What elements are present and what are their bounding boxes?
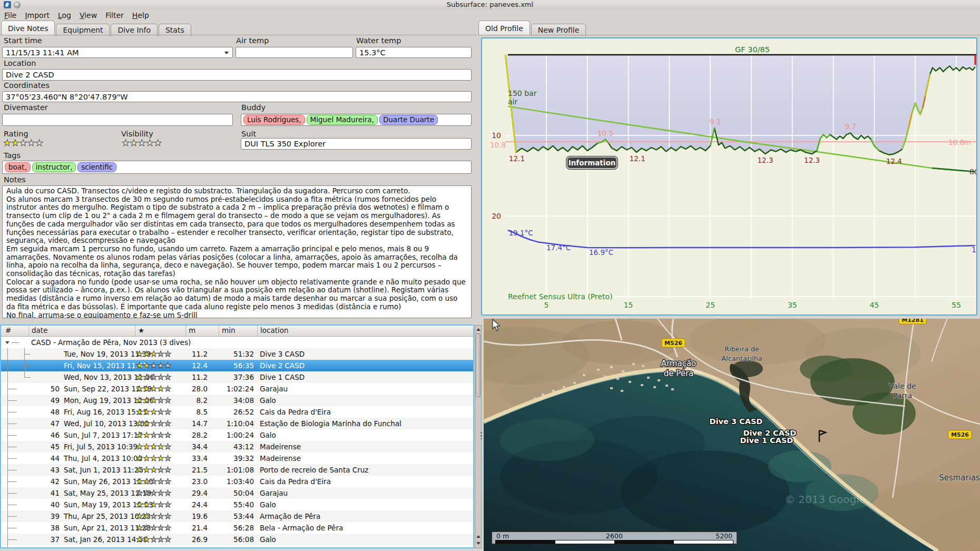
star-icon: ★ [150, 384, 157, 393]
column-header-stars[interactable]: ★ [135, 326, 185, 336]
star-icon: ★ [157, 477, 164, 486]
dive-row[interactable]: 48Fri, Aug 16, 2013 15:11★★★★★8.526:52Ca… [1, 406, 473, 418]
dive-date: Wed, Nov 13, 2013 11:06 [60, 371, 135, 383]
dive-location: Madeirense [254, 452, 473, 464]
scroll-up-icon[interactable] [476, 328, 481, 331]
dive-row[interactable]: 38Sun, Apr 21, 2013 11:28★★★★★21.456:28B… [1, 522, 473, 534]
depth-annotation: 12.1 [630, 154, 645, 163]
x-tick-label: 25 [705, 301, 715, 309]
column-header-location[interactable]: location [257, 326, 473, 336]
dive-rating: ★★★★★ [135, 487, 178, 499]
star-icon: ★ [136, 407, 143, 417]
menu-file[interactable]: File [0, 9, 21, 21]
menu-log[interactable]: Log [54, 9, 75, 21]
dive-row-selected[interactable]: Fri, Nov 15, 2013 11:41★★★★★12.456:35Div… [1, 360, 473, 371]
collapse-chevron-icon[interactable] [5, 341, 9, 344]
dive-rating: ★★★★★ [135, 452, 178, 464]
title-bar[interactable]: Subsurface: paneves.xml [0, 0, 980, 9]
dive-row[interactable]: Tue, Nov 19, 2013 11:39★★★★★11.251:32Div… [1, 348, 473, 360]
star-icon: ★ [143, 454, 150, 463]
dive-row[interactable]: 45Fri, Jul 5, 2013 10:39★★★★★34.443:12Ma… [1, 441, 473, 452]
temp-end-label: 16 [972, 245, 976, 254]
tags-label: Tags [4, 151, 21, 160]
subsurface-window: Subsurface: paneves.xml FileImportLogVie… [0, 0, 980, 551]
star-icon: ★ [157, 500, 164, 509]
tab-dive-notes[interactable]: Dive Notes [1, 21, 55, 35]
dive-date: Sun, May 19, 2013 15:53 [60, 499, 135, 510]
x-tick-label: 35 [788, 301, 797, 309]
dive-depth: 24.4 [178, 499, 208, 510]
dive-profile-chart[interactable]: 10.810.8mGF 30/85150 barair801619.1°C17.… [482, 38, 976, 314]
dive-profile-panel: 10.810.8mGF 30/85150 barair801619.1°C17.… [481, 37, 977, 316]
star-icon: ★ [136, 372, 143, 382]
dive-row[interactable]: 44Thu, Jul 4, 2013 10:08★★★★★33.439:32Ma… [1, 452, 473, 464]
scrollbar-thumb[interactable] [476, 333, 481, 397]
column-header-date[interactable]: date [28, 326, 135, 336]
suit-input[interactable]: DUI TLS 350 Explorer [241, 138, 472, 150]
star-icon: ★ [157, 396, 164, 405]
divemaster-input[interactable] [2, 114, 233, 126]
dive-duration: 56:08 [208, 534, 254, 545]
dive-row[interactable]: 40Sun, May 19, 2013 15:53★★★★★24.455:40G… [1, 499, 473, 510]
star-icon: ★ [157, 546, 164, 548]
tags-input[interactable]: boat,instructor,scientific [2, 161, 472, 174]
notes-textarea[interactable]: Aula do curso CASD. Transectos c/video e… [2, 185, 472, 318]
menu-view[interactable]: View [75, 9, 101, 21]
dive-row[interactable]: 49Mon, Aug 19, 2013 12:06★★★★★8.234:08Ga… [1, 395, 473, 406]
location-input[interactable]: Dive 2 CASD [2, 69, 472, 81]
column-header-num[interactable]: # [1, 326, 28, 336]
temperature-line [508, 230, 975, 248]
air-temp-input[interactable] [236, 47, 353, 58]
dive-row[interactable]: 47Wed, Jul 10, 2013 13:09★★★★★14.71:10:0… [1, 418, 473, 429]
dive-row[interactable]: 42Sun, May 26, 2013 15:40★★★★★23.01:03:4… [1, 476, 473, 487]
menu-filter[interactable]: Filter [101, 9, 128, 21]
road-badge-m526: M526 [664, 340, 682, 347]
dive-row[interactable]: 37Sat, Jan 26, 2013 14:58★★★★★26.956:08G… [1, 534, 473, 545]
star-icon: ★ [164, 419, 171, 428]
start-time-combo[interactable]: 11/15/13 11:41 AM [2, 47, 233, 58]
water-temp-value: 15.3°C [359, 48, 386, 57]
dive-row[interactable]: 43Sat, Jun 1, 2013 11:26★★★★★21.51:01:08… [1, 464, 473, 476]
map-scale-bar: 0 m 2600 5200 [491, 531, 738, 545]
dive-row[interactable]: 46Sun, Jul 7, 2013 17:17★★★★★28.21:00:24… [1, 429, 473, 441]
divemaster-label: Divemaster [4, 103, 48, 112]
vale-label-1: Vale de [889, 382, 916, 390]
dive-rating: ★★★★★ [135, 476, 178, 487]
coordinates-input[interactable]: 37°05'23.460"N 8°20'47.879"W [2, 91, 472, 102]
dive-row[interactable]: 41Sat, May 25, 2013 12:19★★★★★29.450:04G… [1, 487, 473, 499]
dive-date: Sat, Jan 26, 2013 14:58 [60, 534, 135, 545]
dive-location: Garajau [254, 383, 473, 395]
dive-date: Sun, Jul 7, 2013 17:17 [60, 429, 135, 441]
column-header-duration[interactable]: min [219, 326, 257, 336]
dive-row[interactable]: Wed, Nov 13, 2013 11:06★★★★★11.237:36Div… [1, 371, 473, 383]
star-icon: ★ [136, 349, 143, 359]
splitter-handle[interactable] [481, 432, 482, 439]
visibility-stars[interactable]: ★★★★★ [122, 139, 162, 147]
star-icon: ★ [136, 511, 143, 521]
water-temp-input[interactable]: 15.3°C [356, 47, 472, 58]
dive-depth: 28.2 [178, 429, 208, 441]
stream-label-1: Ribeira de [724, 345, 759, 353]
buddy-chip: Luís Rodrigues, [243, 115, 305, 125]
scroll-up2-icon[interactable] [476, 535, 481, 538]
menu-import[interactable]: Import [21, 9, 53, 21]
buddy-input[interactable]: Luís Rodrigues,Miguel Madureira,Duarte D… [241, 114, 472, 126]
menu-help[interactable]: Help [128, 9, 153, 21]
star-icon: ★ [157, 430, 164, 440]
scroll-down-icon[interactable] [476, 542, 481, 545]
dive-row[interactable]: 36Sun, Jan 20, 2013 12:33★★★★★21.758:36C… [1, 545, 473, 548]
dive-row[interactable]: 50Sun, Sep 22, 2013 12:59★★★★★28.01:02:2… [1, 383, 473, 395]
dive-date: Fri, Jul 5, 2013 10:39 [60, 441, 135, 452]
rating-stars[interactable]: ★★★★★ [3, 139, 43, 147]
star-icon: ★ [164, 384, 171, 393]
dive-row[interactable]: 39Thu, Apr 25, 2013 10:28★★★★★19.653:44A… [1, 510, 473, 522]
dive-site-map[interactable]: M1281 M526 M526 Armação de Pêra Ribeira … [484, 319, 980, 551]
star-icon: ★ [143, 430, 150, 440]
dive-number [1, 371, 60, 383]
dive-group-row[interactable]: CASD - Armação de Pêra, Nov 2013 (3 dive… [1, 337, 473, 348]
dive-depth: 8.2 [178, 395, 208, 406]
tab-old-profile[interactable]: Old Profile [478, 21, 530, 35]
information-tooltip[interactable]: Information [566, 156, 618, 169]
coordinates-value: 37°05'23.460"N 8°20'47.879"W [6, 93, 128, 101]
column-header-depth[interactable]: m [185, 326, 219, 336]
